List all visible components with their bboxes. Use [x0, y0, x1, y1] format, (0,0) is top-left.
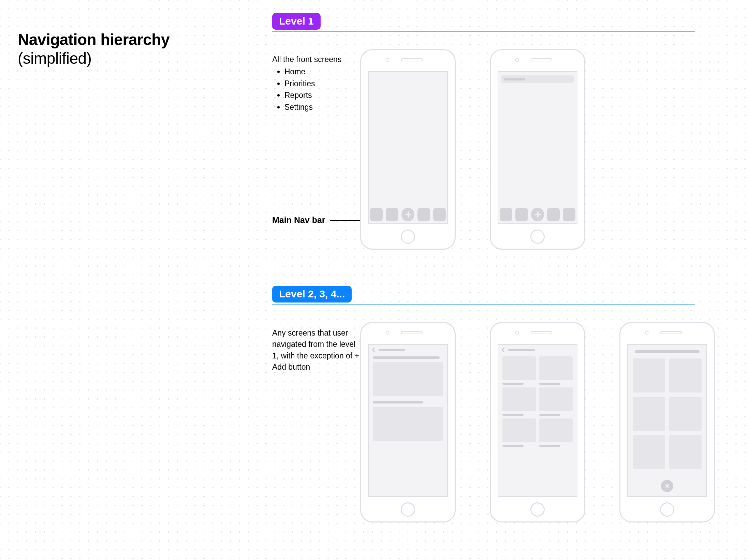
- tab-item[interactable]: [370, 208, 383, 221]
- grid-2col: [502, 356, 573, 447]
- block-placeholder: [539, 418, 573, 442]
- label-placeholder: [502, 383, 524, 385]
- block-placeholder: [502, 356, 536, 380]
- close-icon[interactable]: [661, 480, 673, 492]
- section-level-2: Level 2, 3, 4...: [272, 286, 695, 305]
- speaker-icon: [660, 331, 682, 334]
- block-placeholder: [669, 397, 702, 431]
- title-placeholder: [635, 350, 700, 353]
- section-level-1: Level 1: [272, 13, 695, 32]
- label-placeholder: [539, 445, 560, 447]
- phone-sensors: [523, 58, 553, 62]
- level-1-list-item: Priorities: [284, 78, 341, 90]
- back-row[interactable]: [502, 348, 573, 352]
- phone-wireframe-level2-a: [360, 322, 456, 522]
- title-placeholder: [508, 349, 535, 351]
- phone-wireframe-level1-a: [360, 49, 456, 250]
- camera-icon: [515, 331, 519, 335]
- back-row[interactable]: [373, 348, 443, 352]
- block-placeholder: [633, 435, 665, 469]
- tab-bar: [498, 206, 577, 223]
- title-sub: (simplified): [18, 49, 170, 68]
- level-1-list-item: Home: [284, 66, 341, 78]
- level-1-list: Home Priorities Reports Settings: [284, 66, 341, 113]
- phone-sensors: [523, 331, 553, 335]
- text-line-placeholder: [373, 356, 440, 359]
- phone-screen: [368, 71, 448, 224]
- label-placeholder: [539, 383, 560, 385]
- level-1-underline: [272, 31, 695, 32]
- speaker-icon: [401, 58, 423, 61]
- tab-item[interactable]: [547, 208, 560, 221]
- tab-item[interactable]: [386, 208, 398, 221]
- tab-item[interactable]: [515, 208, 528, 221]
- phone-wireframe-level2-b: [490, 322, 585, 522]
- block-placeholder: [539, 356, 573, 380]
- level-1-list-item: Reports: [284, 89, 341, 101]
- home-button-icon: [530, 502, 545, 517]
- home-button-icon: [530, 230, 545, 244]
- grid-2col: [631, 358, 703, 469]
- block-placeholder: [539, 387, 573, 411]
- title-placeholder: [379, 349, 405, 351]
- level-1-intro: All the front screens: [272, 54, 341, 65]
- tab-add-button[interactable]: [401, 208, 414, 221]
- tab-add-button[interactable]: [531, 208, 544, 221]
- block-placeholder: [669, 358, 702, 393]
- block-placeholder: [633, 358, 665, 393]
- level-1-list-item: Settings: [284, 101, 341, 113]
- level-2-desc: Any screens that user navigated from the…: [272, 327, 361, 373]
- phone-wireframe-level1-b: [490, 49, 585, 250]
- phone-screen: [627, 344, 707, 497]
- camera-icon: [386, 331, 390, 335]
- level-1-desc: All the front screens Home Priorities Re…: [272, 54, 341, 113]
- level-2-pill: Level 2, 3, 4...: [272, 286, 352, 303]
- phone-sensors: [393, 58, 423, 62]
- camera-icon: [515, 58, 519, 62]
- phone-sensors: [652, 331, 682, 335]
- label-placeholder: [502, 445, 524, 447]
- phone-sensors: [393, 331, 423, 335]
- chevron-left-icon: [372, 348, 377, 352]
- block-placeholder: [502, 387, 536, 411]
- header-bar-placeholder: [501, 75, 574, 83]
- phone-screen: [498, 71, 577, 224]
- tab-item[interactable]: [563, 208, 575, 221]
- title-main: Navigation hierarchy: [18, 31, 170, 49]
- text-line-placeholder: [373, 401, 423, 403]
- phone-wireframe-level2-c: [619, 322, 715, 522]
- card-placeholder: [373, 407, 443, 441]
- phone-screen: [368, 344, 448, 497]
- tab-item[interactable]: [433, 208, 446, 221]
- speaker-icon: [401, 331, 423, 334]
- main-nav-bar-label: Main Nav bar: [272, 215, 325, 225]
- tab-item[interactable]: [417, 208, 430, 221]
- tab-item[interactable]: [500, 208, 512, 221]
- card-placeholder: [373, 362, 443, 396]
- level-1-pill: Level 1: [272, 13, 321, 30]
- chevron-left-icon: [502, 348, 506, 352]
- level-2-underline: [272, 304, 695, 305]
- page-title: Navigation hierarchy (simplified): [18, 31, 170, 68]
- phone-screen: [498, 344, 577, 497]
- speaker-icon: [531, 58, 553, 61]
- home-button-icon: [401, 502, 415, 517]
- home-button-icon: [401, 230, 415, 244]
- block-placeholder: [633, 397, 665, 431]
- block-placeholder: [669, 435, 702, 469]
- label-placeholder: [502, 414, 524, 416]
- tab-bar: [369, 206, 447, 223]
- label-placeholder: [539, 414, 560, 416]
- camera-icon: [645, 331, 649, 335]
- camera-icon: [386, 58, 390, 62]
- home-button-icon: [660, 502, 674, 517]
- block-placeholder: [502, 418, 536, 442]
- speaker-icon: [531, 331, 553, 334]
